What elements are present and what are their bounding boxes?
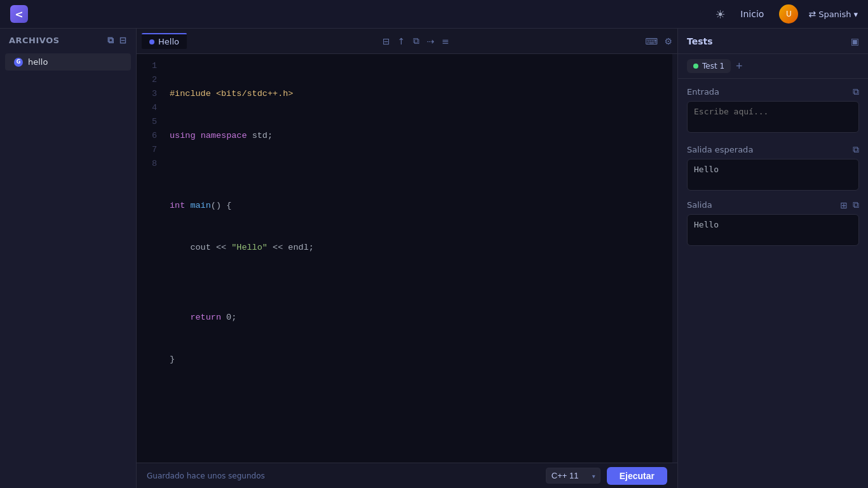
- language-select-wrapper: C++ 11 C++ 17 C 11 Python 3 Java: [546, 468, 600, 484]
- tests-collapse-icon[interactable]: ▣: [851, 36, 859, 46]
- theme-toggle-icon[interactable]: ☀: [715, 8, 725, 21]
- salida-label: Salida: [687, 200, 712, 210]
- salida-section: Salida ⊞ ⧉ Hello: [687, 200, 859, 246]
- list-icon[interactable]: ≡: [442, 36, 449, 46]
- language-select[interactable]: C++ 11 C++ 17 C 11 Python 3 Java: [546, 468, 600, 484]
- test1-label: Test 1: [702, 62, 724, 71]
- tests-title: Tests: [687, 36, 713, 46]
- salida-esperada-section: Salida esperada ⧉ Hello: [687, 144, 859, 191]
- tests-header: Tests ▣: [678, 29, 868, 54]
- file-type-dot: G: [14, 58, 23, 67]
- tab-indicator: [149, 39, 154, 44]
- tests-body: Entrada ⧉ Salida esperada ⧉ Hello Salida: [678, 79, 868, 254]
- language-label: Spanish: [818, 10, 851, 19]
- tab-hello[interactable]: Hello: [142, 33, 187, 49]
- salida-expand-icon[interactable]: ⊞: [840, 200, 848, 210]
- tab-hello-label: Hello: [158, 37, 179, 46]
- editor-area: Hello ⊟ ↑ ⧉ ⇢ ≡ ⌨ ⚙ 1 2 3 4 5: [137, 29, 677, 488]
- new-file-icon[interactable]: ⧉: [107, 35, 114, 46]
- editor-content[interactable]: 1 2 3 4 5 6 7 8 #include <bits/stdc++.h>…: [137, 54, 677, 463]
- logo[interactable]: <: [10, 5, 28, 23]
- tests-tabs: Test 1 +: [678, 54, 868, 79]
- sidebar-icon-group: ⧉ ⊟: [107, 35, 127, 46]
- topnav: < ☀ Inicio U ⇄ Spanish ▾: [0, 0, 868, 29]
- entrada-header: Entrada ⧉: [687, 86, 859, 97]
- sidebar-header: Archivos ⧉ ⊟: [0, 29, 136, 52]
- topnav-left: <: [10, 5, 28, 23]
- file-name-label: hello: [28, 57, 48, 67]
- sidebar: Archivos ⧉ ⊟ G hello: [0, 29, 137, 488]
- entrada-textarea[interactable]: [687, 101, 859, 133]
- language-chevron-icon: ▾: [853, 10, 858, 19]
- editor-right-icons: ⌨ ⚙: [645, 36, 672, 46]
- avatar-initials: U: [786, 10, 792, 18]
- salida-header: Salida ⊞ ⧉: [687, 200, 859, 210]
- editor-tabs: Hello ⊟ ↑ ⧉ ⇢ ≡ ⌨ ⚙: [137, 29, 677, 54]
- salida-esperada-header: Salida esperada ⧉: [687, 144, 859, 155]
- share-icon[interactable]: ⇢: [427, 36, 435, 46]
- entrada-copy-icon[interactable]: ⧉: [853, 86, 859, 97]
- tests-panel: Tests ▣ Test 1 + Entrada ⧉ Salida: [677, 29, 868, 488]
- entrada-section: Entrada ⧉: [687, 86, 859, 135]
- save-icon[interactable]: ⊟: [383, 36, 390, 46]
- tab-list: Hello: [142, 33, 187, 49]
- sidebar-collapse-icon[interactable]: ⊟: [119, 35, 127, 46]
- salida-value-box: Hello: [687, 214, 859, 246]
- settings-icon[interactable]: ⚙: [664, 36, 672, 46]
- nav-inicio-link[interactable]: Inicio: [735, 6, 769, 22]
- avatar[interactable]: U: [779, 4, 798, 24]
- test1-status-dot: [693, 64, 698, 69]
- topnav-right: ☀ Inicio U ⇄ Spanish ▾: [715, 4, 858, 24]
- salida-esperada-label: Salida esperada: [687, 145, 753, 154]
- entrada-label: Entrada: [687, 87, 719, 97]
- sidebar-title: Archivos: [9, 36, 60, 45]
- add-test-button[interactable]: +: [736, 60, 743, 72]
- copy-icon[interactable]: ⧉: [413, 36, 419, 46]
- translate-icon: ⇄: [808, 9, 816, 19]
- editor-footer: Guardado hace unos segundos C++ 11 C++ 1…: [137, 463, 677, 488]
- salida-esperada-copy-icon[interactable]: ⧉: [853, 144, 859, 155]
- main-layout: Archivos ⧉ ⊟ G hello Hello ⊟ ↑ ⧉: [0, 29, 868, 488]
- save-status: Guardado hace unos segundos: [147, 471, 265, 480]
- footer-right: C++ 11 C++ 17 C 11 Python 3 Java Ejecuta…: [546, 467, 667, 485]
- run-button[interactable]: Ejecutar: [607, 467, 667, 485]
- tab-actions: ⊟ ↑ ⧉ ⇢ ≡: [383, 36, 449, 46]
- test1-tab[interactable]: Test 1: [687, 59, 731, 73]
- salida-copy-icon[interactable]: ⧉: [853, 200, 859, 210]
- editor-scrollbar[interactable]: [672, 54, 677, 463]
- line-numbers: 1 2 3 4 5 6 7 8: [137, 54, 165, 463]
- language-selector[interactable]: ⇄ Spanish ▾: [808, 9, 858, 19]
- keyboard-icon[interactable]: ⌨: [645, 36, 658, 46]
- salida-icon-group: ⊞ ⧉: [840, 200, 859, 210]
- upload-icon[interactable]: ↑: [398, 36, 405, 46]
- code-area[interactable]: #include <bits/stdc++.h> using namespace…: [165, 54, 672, 463]
- salida-esperada-value: Hello: [687, 159, 859, 191]
- file-item-hello[interactable]: G hello: [5, 53, 131, 71]
